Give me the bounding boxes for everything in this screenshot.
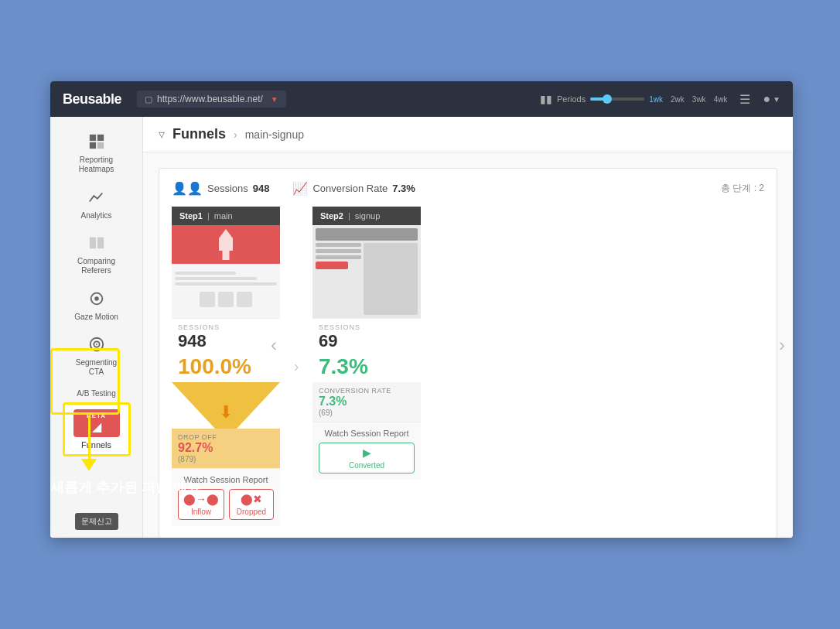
annotation-text-container: 새롭게 추가된 퍼널 메뉴 xyxy=(50,478,201,497)
step1-header: Step1 | main xyxy=(172,207,280,225)
step2-watch-session-title: Watch Session Report xyxy=(319,429,415,438)
period-1wk[interactable]: 1wk xyxy=(649,95,663,104)
step2-percentage: 7.3% xyxy=(312,351,421,382)
stats-bar: 👤👤 Sessions 948 📈 Conversion Rate 7.3% 총… xyxy=(172,181,764,196)
period-3wk[interactable]: 3wk xyxy=(692,95,706,104)
step1-thumb-top xyxy=(172,225,280,264)
funnel-panel: 👤👤 Sessions 948 📈 Conversion Rate 7.3% 총… xyxy=(159,168,777,538)
step2-card: Step2 | signup xyxy=(312,207,421,526)
sidebar-item-comparing-referers-label: ComparingReferers xyxy=(77,257,115,275)
sidebar-item-reporting-heatmaps[interactable]: ReportingHeatmaps xyxy=(50,125,142,180)
annotation-text: 새롭게 추가된 퍼널 메뉴 xyxy=(50,480,201,495)
step1-label: Step1 xyxy=(179,211,203,220)
step1-dropoff: DROP OFF 92.7% (879) xyxy=(172,429,280,468)
icon-ph-3 xyxy=(237,292,252,307)
step2-thumbnail xyxy=(312,225,421,318)
url-text: https://www.beusable.net/ xyxy=(157,94,263,104)
svg-rect-0 xyxy=(89,135,95,141)
step2-sep: | xyxy=(348,211,350,220)
sidebar-item-ab-testing[interactable]: A/B Testing xyxy=(50,383,142,399)
step1-watch-session: Watch Session Report ⬤→⬤ Inflow ⬤✖ Dropp… xyxy=(172,468,280,526)
funnel-content: ‹ › 👤👤 Sessions 948 📈 Conversion Rate xyxy=(143,152,793,538)
sessions-stat: 👤👤 Sessions 948 xyxy=(172,181,269,196)
page-icon: ▢ xyxy=(145,94,152,104)
user-dropdown-arrow: ▼ xyxy=(773,95,780,104)
rocket-icon xyxy=(214,229,237,260)
arrow-down-icon: ⬇ xyxy=(219,402,233,422)
conversion-count: (69) xyxy=(319,409,415,417)
period-labels: 1wk 2wk 3wk 4wk xyxy=(649,95,727,104)
step2-line-2 xyxy=(316,249,361,253)
sidebar: ReportingHeatmaps Analytics ComparingRef… xyxy=(50,117,143,538)
nav-arrow-left[interactable]: ‹ xyxy=(271,334,277,356)
dropped-icon: ⬤✖ xyxy=(241,493,262,505)
step2-right xyxy=(364,243,418,315)
reporting-heatmaps-icon xyxy=(86,131,108,152)
step2-top-bar xyxy=(316,228,418,241)
step2-sessions: SESSIONS 69 7.3% xyxy=(312,318,421,382)
dropped-button[interactable]: ⬤✖ Dropped xyxy=(229,489,274,520)
thumb-line-1 xyxy=(175,272,236,275)
url-bar[interactable]: ▢ https://www.beusable.net/ ▼ xyxy=(137,91,286,108)
converted-button[interactable]: ▶ Converted xyxy=(319,443,415,473)
step1-sessions: SESSIONS 948 100.0% xyxy=(172,318,280,382)
app-logo: Beusable xyxy=(63,91,121,108)
svg-point-10 xyxy=(96,344,97,345)
thumb-lines xyxy=(175,272,277,285)
conversion-stat-label: Conversion Rate xyxy=(312,183,388,194)
sidebar-item-comparing-referers[interactable]: ComparingReferers xyxy=(50,226,142,282)
periods-icon: ▮▮ xyxy=(540,93,552,105)
user-menu[interactable]: ● ▼ xyxy=(763,92,780,106)
sidebar-item-segmenting-cta-label: SegmentingCTA xyxy=(76,358,117,377)
step2-header: Step2 | signup xyxy=(312,207,421,225)
step2-sessions-count: 69 xyxy=(312,331,421,351)
url-dropdown-arrow[interactable]: ▼ xyxy=(271,95,278,104)
step2-watch-session: Watch Session Report ▶ Converted xyxy=(312,422,421,480)
dropped-label: Dropped xyxy=(237,508,266,516)
step2-line-1 xyxy=(316,243,361,247)
filter-icon: ▿ xyxy=(159,127,165,142)
conversion-label: CONVERSION RATE xyxy=(319,387,415,395)
annotation-line xyxy=(88,416,90,459)
top-nav: Beusable ▢ https://www.beusable.net/ ▼ ▮… xyxy=(50,81,793,117)
sidebar-item-gaze-motion[interactable]: Gaze Motion xyxy=(50,282,142,327)
analytics-icon xyxy=(86,186,108,208)
svg-rect-3 xyxy=(97,142,103,149)
page-header: ▿ Funnels › main-signup xyxy=(143,117,793,152)
conversion-value: 7.3% xyxy=(319,395,415,409)
page-title: Funnels xyxy=(172,126,226,142)
annotation-arrowhead xyxy=(81,459,97,471)
sidebar-item-gaze-motion-label: Gaze Motion xyxy=(74,313,118,321)
breadcrumb-separator: › xyxy=(234,128,237,141)
breadcrumb-sub: main-signup xyxy=(245,128,304,141)
sidebar-item-segmenting-cta[interactable]: SegmentingCTA xyxy=(50,327,142,383)
browser-window: Beusable ▢ https://www.beusable.net/ ▼ ▮… xyxy=(50,81,793,538)
inflow-label: Inflow xyxy=(191,508,211,516)
segmenting-cta-icon xyxy=(86,333,108,355)
nav-right: ▮▮ Periods 1wk 2wk 3wk 4wk ☰ ● ▼ xyxy=(540,92,780,107)
drop-off-label: DROP OFF xyxy=(178,433,274,441)
list-view-icon[interactable]: ☰ xyxy=(739,92,750,107)
converted-icon: ▶ xyxy=(363,446,371,459)
periods-control: ▮▮ Periods 1wk 2wk 3wk 4wk xyxy=(540,93,727,105)
periods-slider[interactable] xyxy=(590,97,644,101)
period-4wk[interactable]: 4wk xyxy=(714,95,728,104)
sidebar-item-analytics[interactable]: Analytics xyxy=(50,180,142,226)
icon-ph-2 xyxy=(218,292,234,307)
user-avatar-icon: ● xyxy=(763,92,770,106)
comparing-referers-icon xyxy=(86,232,108,254)
icon-ph-1 xyxy=(200,292,215,307)
step2-left xyxy=(316,243,361,315)
step1-sessions-count: 948 xyxy=(172,331,280,351)
nav-arrow-right[interactable]: › xyxy=(779,334,785,356)
step2-conversion: CONVERSION RATE 7.3% (69) xyxy=(312,382,421,422)
step1-sep: | xyxy=(207,211,210,220)
drop-off-value: 92.7% xyxy=(178,441,274,455)
report-issue-button[interactable]: 문제신고 xyxy=(75,513,118,530)
period-2wk[interactable]: 2wk xyxy=(671,95,685,104)
periods-label-text: Periods xyxy=(557,94,586,104)
annotation-arrow-container xyxy=(81,416,97,471)
sessions-stat-value: 948 xyxy=(253,183,270,194)
thumb-line-3 xyxy=(175,282,277,285)
sidebar-item-analytics-label: Analytics xyxy=(80,211,111,220)
